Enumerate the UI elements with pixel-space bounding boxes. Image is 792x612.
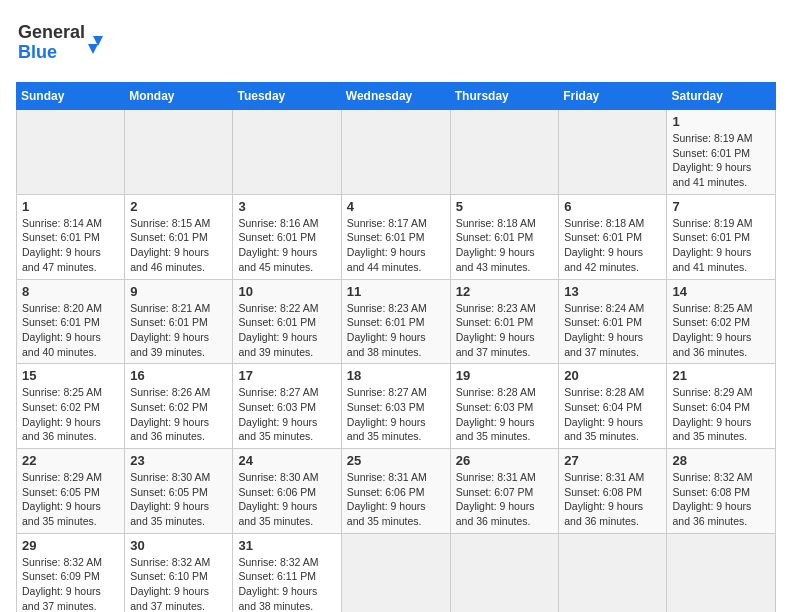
header-monday: Monday xyxy=(125,83,233,110)
day-info: Sunrise: 8:18 AMSunset: 6:01 PMDaylight:… xyxy=(456,217,536,273)
header-wednesday: Wednesday xyxy=(341,83,450,110)
calendar-cell: 13 Sunrise: 8:24 AMSunset: 6:01 PMDaylig… xyxy=(559,279,667,364)
day-info: Sunrise: 8:21 AMSunset: 6:01 PMDaylight:… xyxy=(130,302,210,358)
day-number: 12 xyxy=(456,284,554,299)
day-info: Sunrise: 8:27 AMSunset: 6:03 PMDaylight:… xyxy=(238,386,318,442)
day-number: 19 xyxy=(456,368,554,383)
calendar-week-5: 29 Sunrise: 8:32 AMSunset: 6:09 PMDaylig… xyxy=(17,533,776,612)
svg-marker-2 xyxy=(88,44,98,54)
calendar-week-3: 15 Sunrise: 8:25 AMSunset: 6:02 PMDaylig… xyxy=(17,364,776,449)
day-info: Sunrise: 8:31 AMSunset: 6:07 PMDaylight:… xyxy=(456,471,536,527)
day-info: Sunrise: 8:16 AMSunset: 6:01 PMDaylight:… xyxy=(238,217,318,273)
calendar-cell: 14 Sunrise: 8:25 AMSunset: 6:02 PMDaylig… xyxy=(667,279,776,364)
calendar-cell: 21 Sunrise: 8:29 AMSunset: 6:04 PMDaylig… xyxy=(667,364,776,449)
svg-text:Blue: Blue xyxy=(18,42,57,62)
calendar-cell xyxy=(233,110,341,195)
calendar-cell: 20 Sunrise: 8:28 AMSunset: 6:04 PMDaylig… xyxy=(559,364,667,449)
day-number: 11 xyxy=(347,284,445,299)
calendar-cell: 5 Sunrise: 8:18 AMSunset: 6:01 PMDayligh… xyxy=(450,194,559,279)
day-info: Sunrise: 8:29 AMSunset: 6:04 PMDaylight:… xyxy=(672,386,752,442)
day-number: 3 xyxy=(238,199,335,214)
calendar-week-1: 1 Sunrise: 8:14 AMSunset: 6:01 PMDayligh… xyxy=(17,194,776,279)
day-info: Sunrise: 8:25 AMSunset: 6:02 PMDaylight:… xyxy=(22,386,102,442)
calendar-cell: 27 Sunrise: 8:31 AMSunset: 6:08 PMDaylig… xyxy=(559,449,667,534)
day-info: Sunrise: 8:32 AMSunset: 6:10 PMDaylight:… xyxy=(130,556,210,612)
day-number: 27 xyxy=(564,453,661,468)
day-info: Sunrise: 8:24 AMSunset: 6:01 PMDaylight:… xyxy=(564,302,644,358)
day-info: Sunrise: 8:27 AMSunset: 6:03 PMDaylight:… xyxy=(347,386,427,442)
day-number: 31 xyxy=(238,538,335,553)
day-number: 13 xyxy=(564,284,661,299)
calendar-cell: 15 Sunrise: 8:25 AMSunset: 6:02 PMDaylig… xyxy=(17,364,125,449)
calendar-cell: 12 Sunrise: 8:23 AMSunset: 6:01 PMDaylig… xyxy=(450,279,559,364)
day-info: Sunrise: 8:19 AMSunset: 6:01 PMDaylight:… xyxy=(672,217,752,273)
logo: General Blue xyxy=(16,16,106,70)
day-number: 18 xyxy=(347,368,445,383)
svg-text:General: General xyxy=(18,22,85,42)
day-info: Sunrise: 8:30 AMSunset: 6:05 PMDaylight:… xyxy=(130,471,210,527)
day-info: Sunrise: 8:29 AMSunset: 6:05 PMDaylight:… xyxy=(22,471,102,527)
header-sunday: Sunday xyxy=(17,83,125,110)
calendar-header-row: SundayMondayTuesdayWednesdayThursdayFrid… xyxy=(17,83,776,110)
day-number: 4 xyxy=(347,199,445,214)
calendar-cell xyxy=(341,533,450,612)
day-info: Sunrise: 8:25 AMSunset: 6:02 PMDaylight:… xyxy=(672,302,752,358)
day-number: 15 xyxy=(22,368,119,383)
calendar-cell: 1 Sunrise: 8:14 AMSunset: 6:01 PMDayligh… xyxy=(17,194,125,279)
calendar-cell: 26 Sunrise: 8:31 AMSunset: 6:07 PMDaylig… xyxy=(450,449,559,534)
header-saturday: Saturday xyxy=(667,83,776,110)
day-number: 9 xyxy=(130,284,227,299)
day-info: Sunrise: 8:23 AMSunset: 6:01 PMDaylight:… xyxy=(347,302,427,358)
day-info: Sunrise: 8:32 AMSunset: 6:09 PMDaylight:… xyxy=(22,556,102,612)
calendar-cell: 7 Sunrise: 8:19 AMSunset: 6:01 PMDayligh… xyxy=(667,194,776,279)
day-info: Sunrise: 8:18 AMSunset: 6:01 PMDaylight:… xyxy=(564,217,644,273)
day-info: Sunrise: 8:31 AMSunset: 6:08 PMDaylight:… xyxy=(564,471,644,527)
day-info: Sunrise: 8:14 AMSunset: 6:01 PMDaylight:… xyxy=(22,217,102,273)
day-info: Sunrise: 8:23 AMSunset: 6:01 PMDaylight:… xyxy=(456,302,536,358)
calendar-cell xyxy=(341,110,450,195)
day-info: Sunrise: 8:28 AMSunset: 6:03 PMDaylight:… xyxy=(456,386,536,442)
day-info: Sunrise: 8:31 AMSunset: 6:06 PMDaylight:… xyxy=(347,471,427,527)
day-info: Sunrise: 8:20 AMSunset: 6:01 PMDaylight:… xyxy=(22,302,102,358)
calendar-cell: 11 Sunrise: 8:23 AMSunset: 6:01 PMDaylig… xyxy=(341,279,450,364)
day-number: 28 xyxy=(672,453,770,468)
day-number: 25 xyxy=(347,453,445,468)
calendar-cell xyxy=(450,533,559,612)
calendar-cell xyxy=(559,110,667,195)
day-number: 1 xyxy=(672,114,770,129)
calendar-cell: 30 Sunrise: 8:32 AMSunset: 6:10 PMDaylig… xyxy=(125,533,233,612)
day-number: 29 xyxy=(22,538,119,553)
calendar-cell: 3 Sunrise: 8:16 AMSunset: 6:01 PMDayligh… xyxy=(233,194,341,279)
day-number: 6 xyxy=(564,199,661,214)
day-number: 22 xyxy=(22,453,119,468)
day-number: 2 xyxy=(130,199,227,214)
day-number: 7 xyxy=(672,199,770,214)
day-number: 24 xyxy=(238,453,335,468)
day-number: 30 xyxy=(130,538,227,553)
calendar-week-0: 1 Sunrise: 8:19 AMSunset: 6:01 PMDayligh… xyxy=(17,110,776,195)
calendar-cell: 18 Sunrise: 8:27 AMSunset: 6:03 PMDaylig… xyxy=(341,364,450,449)
calendar-cell: 28 Sunrise: 8:32 AMSunset: 6:08 PMDaylig… xyxy=(667,449,776,534)
calendar-cell: 4 Sunrise: 8:17 AMSunset: 6:01 PMDayligh… xyxy=(341,194,450,279)
day-info: Sunrise: 8:32 AMSunset: 6:11 PMDaylight:… xyxy=(238,556,318,612)
calendar-cell: 16 Sunrise: 8:26 AMSunset: 6:02 PMDaylig… xyxy=(125,364,233,449)
day-number: 26 xyxy=(456,453,554,468)
day-info: Sunrise: 8:28 AMSunset: 6:04 PMDaylight:… xyxy=(564,386,644,442)
calendar-cell: 10 Sunrise: 8:22 AMSunset: 6:01 PMDaylig… xyxy=(233,279,341,364)
day-info: Sunrise: 8:15 AMSunset: 6:01 PMDaylight:… xyxy=(130,217,210,273)
day-number: 20 xyxy=(564,368,661,383)
day-number: 10 xyxy=(238,284,335,299)
day-number: 8 xyxy=(22,284,119,299)
calendar-table: SundayMondayTuesdayWednesdayThursdayFrid… xyxy=(16,82,776,612)
day-info: Sunrise: 8:32 AMSunset: 6:08 PMDaylight:… xyxy=(672,471,752,527)
calendar-cell: 6 Sunrise: 8:18 AMSunset: 6:01 PMDayligh… xyxy=(559,194,667,279)
calendar-cell: 8 Sunrise: 8:20 AMSunset: 6:01 PMDayligh… xyxy=(17,279,125,364)
calendar-cell xyxy=(450,110,559,195)
calendar-cell xyxy=(667,533,776,612)
day-info: Sunrise: 8:26 AMSunset: 6:02 PMDaylight:… xyxy=(130,386,210,442)
day-number: 5 xyxy=(456,199,554,214)
calendar-cell: 29 Sunrise: 8:32 AMSunset: 6:09 PMDaylig… xyxy=(17,533,125,612)
calendar-cell: 25 Sunrise: 8:31 AMSunset: 6:06 PMDaylig… xyxy=(341,449,450,534)
calendar-cell: 2 Sunrise: 8:15 AMSunset: 6:01 PMDayligh… xyxy=(125,194,233,279)
calendar-cell xyxy=(125,110,233,195)
